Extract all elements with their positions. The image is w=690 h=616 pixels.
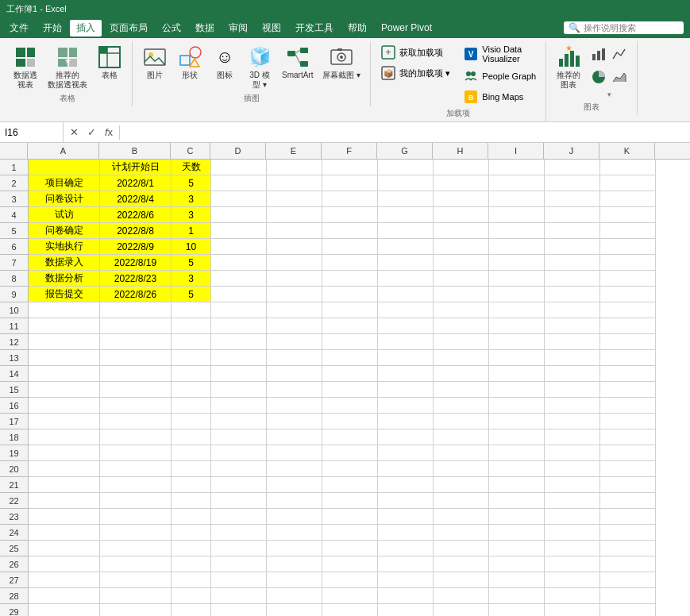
grid[interactable]: 计划开始日 天数 项目确定 2022/8/1 5 [29,160,690,616]
cell-a22[interactable] [29,493,100,509]
cell-g11[interactable] [378,318,434,334]
cell-j16[interactable] [545,398,600,414]
cell-i7[interactable] [489,255,545,271]
cancel-formula-button[interactable]: ✕ [67,125,81,140]
get-addon-button[interactable]: + 获取加载项 [377,43,453,62]
cell-f2[interactable] [322,175,378,191]
cell-b9[interactable]: 2022/8/26 [100,287,172,302]
cell-b13[interactable] [100,350,172,366]
cell-d19[interactable] [211,445,267,461]
cell-k28[interactable] [600,588,656,604]
cell-f3[interactable] [322,191,378,207]
cell-a21[interactable] [29,477,100,493]
cell-i11[interactable] [489,318,545,334]
cell-g18[interactable] [378,429,434,445]
cell-e16[interactable] [267,398,322,414]
cell-k21[interactable] [600,477,656,493]
cell-h8[interactable] [434,271,489,287]
cell-f21[interactable] [322,477,378,493]
cell-h16[interactable] [434,398,489,414]
cell-g19[interactable] [378,445,434,461]
cell-j4[interactable] [545,207,600,223]
menu-layout[interactable]: 页面布局 [103,20,154,37]
cell-a13[interactable] [29,350,100,366]
cell-c2[interactable]: 5 [172,175,211,191]
cell-e27[interactable] [267,572,322,588]
cell-k15[interactable] [600,382,656,398]
row-header-17[interactable]: 17 [0,414,28,429]
cell-e3[interactable] [267,191,322,207]
cell-b27[interactable] [100,572,172,588]
cell-h23[interactable] [434,509,489,525]
cell-d13[interactable] [211,350,267,366]
cell-a11[interactable] [29,318,100,334]
cell-e21[interactable] [267,477,322,493]
cell-e17[interactable] [267,414,322,429]
cell-j22[interactable] [545,493,600,509]
col-header-c[interactable]: C [171,143,210,159]
cell-d18[interactable] [211,429,267,445]
cell-g23[interactable] [378,509,434,525]
cell-e7[interactable] [267,255,322,271]
cell-d7[interactable] [211,255,267,271]
cell-d1[interactable] [211,160,267,175]
row-header-26[interactable]: 26 [0,556,28,572]
cell-g24[interactable] [378,525,434,541]
row-header-25[interactable]: 25 [0,541,28,556]
cell-g13[interactable] [378,350,434,366]
cell-b4[interactable]: 2022/8/6 [100,207,172,223]
cell-c5[interactable]: 1 [172,223,211,239]
cell-j23[interactable] [545,509,600,525]
cell-g17[interactable] [378,414,434,429]
cell-g4[interactable] [378,207,434,223]
cell-f26[interactable] [322,556,378,572]
insert-function-button[interactable]: fx [102,125,116,140]
cell-k13[interactable] [600,350,656,366]
cell-h27[interactable] [434,572,489,588]
row-header-29[interactable]: 29 [0,604,28,616]
cell-c11[interactable] [172,318,211,334]
row-header-14[interactable]: 14 [0,366,28,382]
recommend-chart-button[interactable]: ★ 推荐的图表 [553,43,584,91]
cell-f15[interactable] [322,382,378,398]
cell-g20[interactable] [378,461,434,477]
cell-i1[interactable] [489,160,545,175]
3d-button[interactable]: 🧊 3D 模型 ▾ [244,43,276,91]
recommend-pivot-button[interactable]: ★ 推荐的数据透视表 [44,43,91,91]
cell-d3[interactable] [211,191,267,207]
cell-i18[interactable] [489,429,545,445]
cell-j9[interactable] [545,287,600,302]
cell-e28[interactable] [267,588,322,604]
cell-a29[interactable] [29,604,100,616]
cell-a14[interactable] [29,366,100,382]
row-header-28[interactable]: 28 [0,588,28,604]
cell-g8[interactable] [378,271,434,287]
cell-e13[interactable] [267,350,322,366]
cell-h12[interactable] [434,334,489,350]
cell-i25[interactable] [489,541,545,556]
cell-f17[interactable] [322,414,378,429]
line-chart-button[interactable] [610,44,629,66]
cell-g15[interactable] [378,382,434,398]
cell-i24[interactable] [489,525,545,541]
cell-b8[interactable]: 2022/8/23 [100,271,172,287]
cell-j21[interactable] [545,477,600,493]
cell-g3[interactable] [378,191,434,207]
cell-h14[interactable] [434,366,489,382]
cell-a20[interactable] [29,461,100,477]
cell-h6[interactable] [434,239,489,255]
cell-f18[interactable] [322,429,378,445]
cell-k16[interactable] [600,398,656,414]
cell-h13[interactable] [434,350,489,366]
cell-a16[interactable] [29,398,100,414]
cell-e4[interactable] [267,207,322,223]
cell-b20[interactable] [100,461,172,477]
cell-h2[interactable] [434,175,489,191]
cell-j19[interactable] [545,445,600,461]
col-header-g[interactable]: G [377,143,433,159]
cell-d10[interactable] [211,302,267,318]
cell-i29[interactable] [489,604,545,616]
row-header-24[interactable]: 24 [0,525,28,541]
cell-a7[interactable]: 数据录入 [29,255,100,271]
cell-d5[interactable] [211,223,267,239]
